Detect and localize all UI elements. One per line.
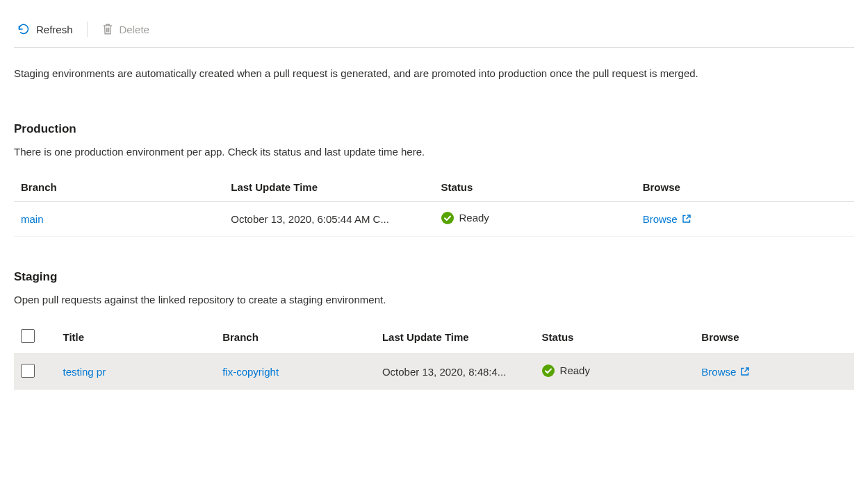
table-row: testing pr fix-copyright October 13, 202…: [14, 353, 854, 389]
staging-col-title[interactable]: Title: [56, 321, 215, 354]
check-circle-icon: [542, 364, 555, 377]
staging-heading: Staging: [14, 270, 854, 284]
staging-branch-link[interactable]: fix-copyright: [222, 366, 279, 378]
production-section: Production There is one production envir…: [14, 122, 854, 237]
intro-text: Staging environments are automatically c…: [14, 48, 854, 89]
trash-icon: [101, 23, 114, 35]
production-branch-link[interactable]: main: [21, 213, 44, 225]
staging-last-update: October 13, 2020, 8:48:4...: [375, 353, 535, 389]
staging-col-last-update[interactable]: Last Update Time: [375, 321, 535, 354]
staging-description: Open pull requests against the linked re…: [14, 294, 854, 305]
svg-point-1: [542, 364, 555, 377]
production-last-update: October 13, 2020, 6:05:44 AM C...: [224, 201, 434, 236]
production-status: Ready: [441, 212, 489, 224]
external-link-icon: [682, 214, 691, 224]
staging-browse-text: Browse: [701, 366, 736, 378]
toolbar: Refresh Delete: [14, 14, 854, 48]
select-all-checkbox[interactable]: [21, 329, 35, 343]
staging-col-browse[interactable]: Browse: [694, 321, 854, 354]
table-row: main October 13, 2020, 6:05:44 AM C... R…: [14, 201, 854, 236]
row-checkbox[interactable]: [21, 364, 35, 378]
production-col-branch[interactable]: Branch: [14, 173, 224, 202]
production-status-text: Ready: [459, 212, 489, 224]
production-browse-text: Browse: [643, 213, 678, 225]
external-link-icon: [740, 367, 750, 376]
staging-title-link[interactable]: testing pr: [63, 366, 106, 378]
production-browse-link[interactable]: Browse: [643, 213, 691, 225]
toolbar-divider: [87, 22, 88, 37]
staging-col-checkbox: [14, 321, 56, 354]
staging-status-text: Ready: [560, 364, 590, 376]
staging-status: Ready: [542, 364, 590, 377]
production-description: There is one production environment per …: [14, 146, 854, 158]
production-col-last-update[interactable]: Last Update Time: [224, 173, 434, 202]
svg-point-0: [441, 212, 454, 224]
production-table: Branch Last Update Time Status Browse ma…: [14, 173, 854, 237]
production-col-status[interactable]: Status: [434, 173, 636, 202]
refresh-icon: [17, 22, 31, 36]
check-circle-icon: [441, 212, 454, 224]
refresh-button[interactable]: Refresh: [14, 21, 76, 37]
staging-browse-link[interactable]: Browse: [701, 366, 750, 378]
staging-col-branch[interactable]: Branch: [215, 321, 375, 354]
delete-label: Delete: [120, 24, 149, 35]
staging-table: Title Branch Last Update Time Status Bro…: [14, 321, 854, 390]
refresh-label: Refresh: [36, 24, 73, 35]
staging-section: Staging Open pull requests against the l…: [14, 270, 854, 390]
production-col-browse[interactable]: Browse: [636, 173, 854, 202]
delete-button[interactable]: Delete: [99, 22, 152, 37]
production-heading: Production: [14, 122, 854, 136]
staging-col-status[interactable]: Status: [535, 321, 695, 354]
